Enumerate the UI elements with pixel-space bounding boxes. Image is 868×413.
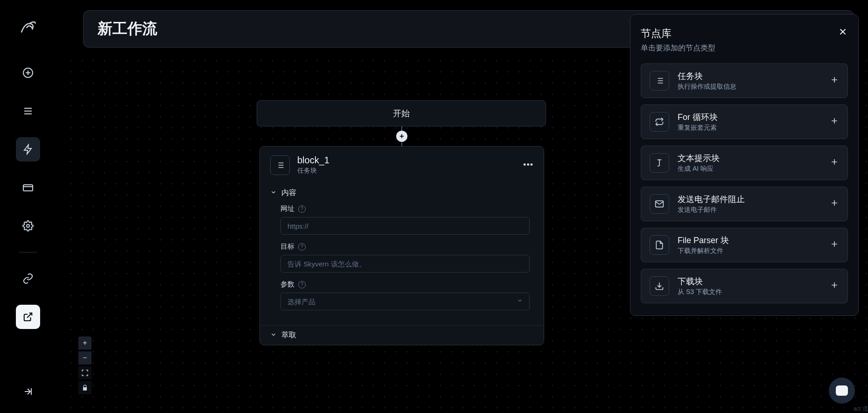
lib-item-subtitle: 生成 AI 响应 [678, 165, 821, 173]
zoom-in-button[interactable]: + [78, 336, 91, 350]
help-icon[interactable]: ? [298, 281, 306, 288]
nav-add[interactable] [16, 61, 40, 85]
nav-billing[interactable] [16, 175, 40, 200]
url-label: 网址 [280, 204, 294, 213]
lib-item-subtitle: 执行操作或提取信息 [678, 83, 821, 91]
goal-input[interactable] [280, 255, 530, 273]
logo[interactable] [19, 19, 37, 37]
add-node-button[interactable]: + [396, 131, 407, 142]
lib-item-title: 下载块 [678, 276, 821, 287]
text-icon [650, 153, 669, 173]
list-icon [270, 155, 290, 175]
lib-item-subtitle: 下载并解析文件 [678, 247, 821, 255]
lib-add-button[interactable] [830, 116, 839, 127]
panel-close-button[interactable] [838, 27, 848, 39]
lib-item-subtitle: 从 S3 下载文件 [678, 288, 821, 296]
panel-title: 节点库 [641, 27, 715, 41]
lib-item-title: 发送电子邮件阻止 [678, 194, 821, 205]
mail-icon [650, 194, 669, 214]
fit-view-button[interactable] [78, 366, 91, 379]
nav-workflows[interactable] [16, 137, 40, 161]
block-type-label: 任务块 [297, 167, 516, 175]
zoom-controls: + − [78, 336, 91, 394]
sidebar-collapse-button[interactable] [22, 386, 34, 399]
lib-item[interactable]: 发送电子邮件阻止 发送电子邮件 [641, 187, 848, 221]
start-label: 开始 [393, 108, 410, 119]
task-block-node[interactable]: block_1 任务块 ••• 内容 网址 ? 目标 ? 参数 ? [259, 146, 544, 345]
node-library-panel: 节点库 单击要添加的节点类型 任务块 执行操作或提取信息 For 循环块 重复嵌… [630, 14, 859, 316]
download-icon [650, 276, 669, 296]
lib-item-title: For 循环块 [678, 112, 821, 123]
lib-item[interactable]: 任务块 执行操作或提取信息 [641, 63, 848, 98]
section-content-label: 内容 [281, 188, 296, 198]
sidebar [0, 0, 56, 413]
help-icon[interactable]: ? [298, 243, 306, 251]
svg-point-2 [27, 224, 29, 227]
lib-add-button[interactable] [830, 75, 839, 86]
chat-icon [836, 385, 848, 396]
footer-badge: act 流 [854, 405, 868, 413]
goal-label: 目标 [280, 242, 294, 251]
workflow-title[interactable]: 新工作流 [98, 19, 688, 39]
lib-item-title: 文本提示块 [678, 153, 821, 164]
lib-item-subtitle: 发送电子邮件 [678, 206, 821, 214]
lib-item[interactable]: File Parser 块 下载并解析文件 [641, 228, 848, 262]
lib-item[interactable]: 下载块 从 S3 下载文件 [641, 269, 848, 303]
block-title: block_1 [297, 155, 516, 166]
lock-button[interactable] [78, 381, 91, 394]
nav-list[interactable] [16, 99, 40, 123]
lib-add-button[interactable] [830, 157, 839, 168]
panel-subtitle: 单击要添加的节点类型 [641, 43, 715, 53]
svg-rect-1 [23, 185, 33, 191]
nav-divider [19, 252, 37, 252]
lib-add-button[interactable] [830, 239, 839, 251]
nav-settings[interactable] [16, 214, 40, 238]
lib-item[interactable]: For 循环块 重复嵌套元素 [641, 105, 848, 139]
lib-item[interactable]: 文本提示块 生成 AI 响应 [641, 146, 848, 180]
start-node[interactable]: 开始 [257, 100, 546, 126]
block-more-button[interactable]: ••• [523, 160, 533, 170]
chevron-down-icon [270, 189, 277, 197]
lib-item-subtitle: 重复嵌套元素 [678, 124, 821, 132]
lib-item-title: File Parser 块 [678, 235, 821, 246]
url-input[interactable] [280, 217, 530, 235]
lib-add-button[interactable] [830, 280, 839, 292]
section-extract-toggle[interactable]: 萃取 [260, 326, 544, 345]
nav-external[interactable] [16, 305, 40, 329]
section-content-toggle[interactable]: 内容 [260, 183, 544, 203]
file-icon [650, 235, 669, 255]
loop-icon [650, 112, 669, 132]
params-label: 参数 [280, 280, 294, 289]
lib-add-button[interactable] [830, 198, 839, 210]
list-icon [650, 71, 669, 91]
lib-item-title: 任务块 [678, 70, 821, 82]
help-icon[interactable]: ? [298, 205, 306, 213]
zoom-out-button[interactable]: − [78, 351, 91, 364]
nav-link[interactable] [16, 266, 40, 291]
chevron-down-icon [270, 331, 277, 340]
section-extract-label: 萃取 [281, 330, 296, 340]
params-select[interactable] [280, 293, 530, 310]
chat-button[interactable] [829, 378, 855, 404]
